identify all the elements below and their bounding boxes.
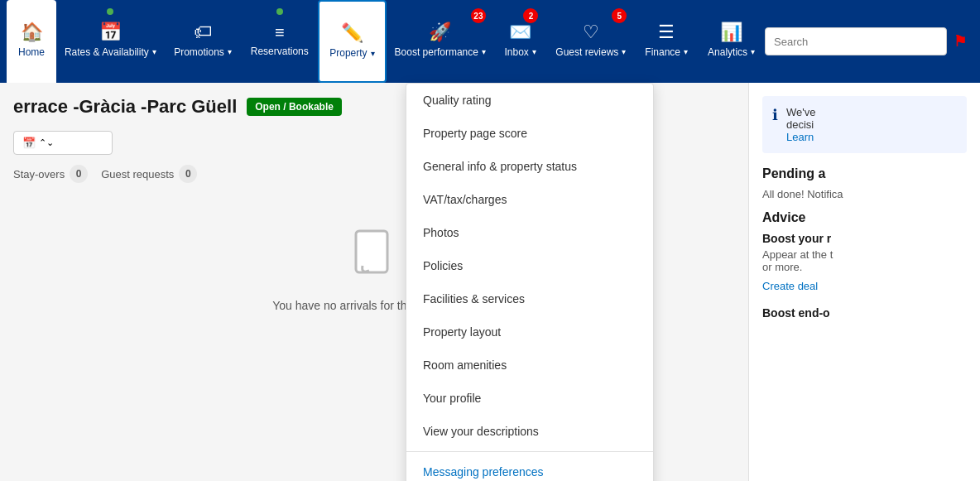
nav-label-reservations: Reservations: [251, 46, 309, 57]
chevron-property: ▾: [371, 49, 375, 58]
green-dot-reservations: [276, 8, 283, 15]
guest-reviews-icon: ♡: [583, 23, 599, 41]
chevron-analytics: ▾: [751, 47, 755, 56]
nav-item-property[interactable]: ✏️ Property ▾: [318, 0, 386, 83]
calendar-icon: 📅: [22, 137, 36, 149]
guest-reviews-badge: 5: [612, 8, 627, 23]
chevron-guest-reviews: ▾: [622, 47, 626, 56]
analytics-icon: 📊: [720, 23, 742, 41]
reservations-icon: ≡: [275, 24, 285, 41]
nav-label-analytics: Analytics ▾: [708, 46, 755, 58]
right-panel: ℹ We've decisi Learn Pending a All done!…: [748, 83, 980, 481]
info-box: ℹ We've decisi Learn: [762, 96, 967, 153]
guest-requests-count: 0: [179, 165, 197, 183]
chevron-rates: ▾: [152, 47, 156, 56]
property-dropdown: Quality rating Property page score Gener…: [406, 83, 654, 481]
stay-overs-label: Stay-overs: [13, 168, 65, 180]
nav-item-finance[interactable]: ☰ Finance ▾: [635, 0, 698, 83]
dropdown-item-vat[interactable]: VAT/tax/charges: [406, 183, 653, 216]
main-navbar: 🏠 Home 📅 Rates & Availability ▾ 🏷 Promot…: [0, 0, 980, 83]
dropdown-item-quality-rating[interactable]: Quality rating: [406, 84, 653, 117]
nav-item-inbox[interactable]: 2 ✉️ Inbox ▾: [494, 0, 547, 83]
nav-item-promotions[interactable]: 🏷 Promotions ▾: [165, 0, 242, 83]
finance-icon: ☰: [658, 23, 675, 41]
dropdown-item-photos[interactable]: Photos: [406, 216, 653, 249]
advice-title: Advice: [762, 210, 967, 225]
learn-more-link[interactable]: Learn: [786, 131, 814, 143]
nav-label-inbox: Inbox ▾: [504, 46, 536, 58]
info-box-content: We've decisi Learn: [786, 106, 815, 143]
info-icon: ℹ: [772, 106, 778, 143]
rates-icon: 📅: [99, 23, 122, 41]
inbox-badge: 2: [523, 8, 538, 23]
dropdown-item-facilities[interactable]: Facilities & services: [406, 282, 653, 315]
boost-rank-title: Boost your r: [762, 232, 967, 245]
green-dot-rates: [107, 8, 113, 15]
empty-icon: [353, 229, 396, 289]
nav-label-boost: Boost performance ▾: [395, 46, 486, 58]
nav-label-guest-reviews: Guest reviews ▾: [555, 46, 626, 58]
dropdown-item-property-page-score[interactable]: Property page score: [406, 117, 653, 150]
stay-overs-stat: Stay-overs 0: [13, 165, 88, 183]
chevron-finance: ▾: [684, 47, 688, 56]
dropdown-item-policies[interactable]: Policies: [406, 249, 653, 282]
nav-item-boost[interactable]: 23 🚀 Boost performance ▾: [387, 0, 494, 83]
nav-label-home: Home: [18, 46, 45, 58]
stay-overs-count: 0: [70, 165, 88, 183]
home-icon: 🏠: [21, 23, 43, 41]
nav-item-guest-reviews[interactable]: 5 ♡ Guest reviews ▾: [546, 0, 635, 83]
nav-item-analytics[interactable]: 📊 Analytics ▾: [698, 0, 765, 83]
boost-badge: 23: [471, 8, 486, 23]
dropdown-item-descriptions[interactable]: View your descriptions: [406, 415, 653, 448]
svg-rect-0: [356, 231, 387, 272]
alert-icon: ⚑: [954, 32, 967, 51]
navbar-right: ⚑: [765, 0, 973, 83]
date-selector-arrows: ⌃⌄: [39, 137, 54, 148]
chevron-inbox: ▾: [532, 47, 536, 56]
guest-requests-stat: Guest requests 0: [101, 165, 197, 183]
promotions-icon: 🏷: [194, 23, 212, 41]
dropdown-item-layout[interactable]: Property layout: [406, 315, 653, 349]
boost-end-title: Boost end-o: [762, 306, 967, 320]
nav-label-promotions: Promotions ▾: [174, 46, 232, 58]
search-box[interactable]: [765, 27, 947, 55]
property-title: errace -Gràcia -Parc Güell: [13, 96, 237, 118]
chevron-boost: ▾: [482, 47, 486, 56]
search-input[interactable]: [774, 36, 938, 48]
boost-icon: 🚀: [429, 23, 451, 41]
pending-text: All done! Notifica: [762, 188, 967, 200]
boost-rank-text: Appear at the t or more.: [762, 248, 967, 273]
pending-title: Pending a: [762, 166, 967, 181]
nav-label-property: Property ▾: [329, 47, 374, 59]
property-icon: ✏️: [341, 24, 363, 42]
chevron-promotions: ▾: [228, 47, 232, 56]
advice-section: Advice Boost your r Appear at the t or m…: [762, 210, 967, 293]
guest-requests-label: Guest requests: [101, 168, 174, 180]
nav-label-rates: Rates & Availability ▾: [65, 46, 156, 58]
nav-label-finance: Finance ▾: [645, 46, 688, 58]
nav-item-reservations[interactable]: ≡ Reservations: [241, 0, 318, 83]
dropdown-item-messaging[interactable]: Messaging preferences: [406, 455, 653, 481]
info-box-text: We've decisi: [786, 106, 815, 131]
dropdown-item-room-amenities[interactable]: Room amenities: [406, 349, 653, 382]
dropdown-item-your-profile[interactable]: Your profile: [406, 382, 653, 415]
property-status-badge: Open / Bookable: [247, 98, 342, 116]
create-deal-link[interactable]: Create deal: [762, 280, 818, 292]
nav-item-rates[interactable]: 📅 Rates & Availability ▾: [56, 0, 165, 83]
inbox-icon: ✉️: [509, 23, 531, 41]
dropdown-item-general-info[interactable]: General info & property status: [406, 150, 653, 183]
date-selector[interactable]: 📅 ⌃⌄: [13, 131, 113, 155]
dropdown-divider: [406, 451, 653, 452]
nav-item-home[interactable]: 🏠 Home: [7, 0, 56, 83]
